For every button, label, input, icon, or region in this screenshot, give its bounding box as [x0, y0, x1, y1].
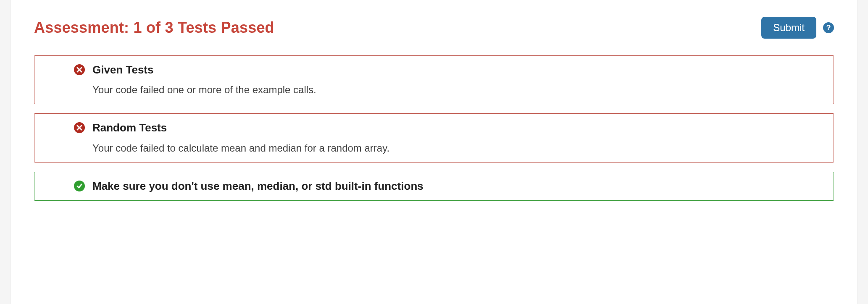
- test-result-random-tests: Random Tests Your code failed to calcula…: [34, 113, 834, 162]
- header-actions: Submit ?: [761, 17, 834, 39]
- pass-icon: [74, 181, 85, 191]
- test-content: Random Tests Your code failed to calcula…: [92, 121, 823, 154]
- test-title: Make sure you don't use mean, median, or…: [92, 180, 823, 193]
- test-description: Your code failed one or more of the exam…: [92, 83, 823, 96]
- header-row: Assessment: 1 of 3 Tests Passed Submit ?: [34, 17, 834, 39]
- fail-icon: [74, 64, 85, 75]
- fail-icon: [74, 122, 85, 133]
- submit-button[interactable]: Submit: [761, 17, 816, 39]
- test-result-no-builtins: Make sure you don't use mean, median, or…: [34, 172, 834, 201]
- assessment-panel: Assessment: 1 of 3 Tests Passed Submit ?…: [10, 0, 858, 304]
- test-title: Random Tests: [92, 121, 823, 134]
- test-title: Given Tests: [92, 63, 823, 76]
- test-content: Given Tests Your code failed one or more…: [92, 63, 823, 96]
- test-result-given-tests: Given Tests Your code failed one or more…: [34, 55, 834, 104]
- test-description: Your code failed to calculate mean and m…: [92, 142, 823, 155]
- page-title: Assessment: 1 of 3 Tests Passed: [34, 19, 274, 37]
- help-icon[interactable]: ?: [823, 22, 834, 33]
- page: Assessment: 1 of 3 Tests Passed Submit ?…: [0, 0, 868, 304]
- test-content: Make sure you don't use mean, median, or…: [92, 180, 823, 193]
